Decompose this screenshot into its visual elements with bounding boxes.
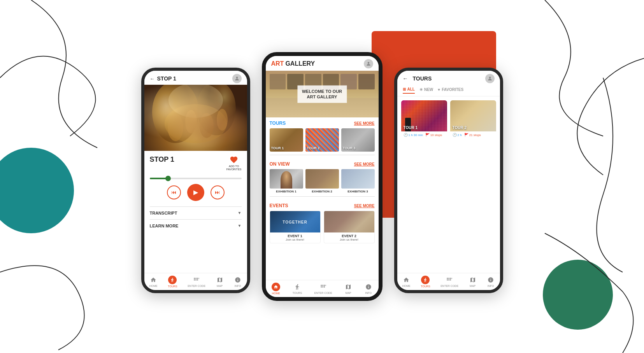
nav2-home[interactable]: HOME [272,283,280,295]
exhibition-card-1[interactable]: EXHIBITION 1 [270,169,303,193]
nav3-info-label: INFO [488,285,494,287]
tour2-stops-meta: 🚩 21 stops [464,133,481,137]
learn-more-accordion[interactable]: LEARN MORE ▼ [150,219,242,232]
exhibition1-img [270,169,303,189]
filter-new-tab[interactable]: ✳ NEW [419,87,433,93]
progress-track [150,178,242,179]
nav3-tours[interactable]: TOURS [421,276,430,288]
svg-rect-14 [194,280,195,281]
back-arrow-icon[interactable]: ← [150,76,155,82]
onview-section-title: ON VIEW [270,161,290,167]
nav2-tours-label: TOURS [293,292,302,294]
p3-tour1-meta: 🕐 1 h 30 min 🚩 10 stops [401,131,447,138]
grid-icon: ⊞ [403,87,406,91]
back-arrow3-icon[interactable]: ← [403,75,408,82]
tour1-time-meta: 🕐 1 h 30 min [404,133,423,137]
nav-home-label: HOME [149,285,158,287]
tour2-time-meta: 🕐 2 h [453,133,462,137]
filter-favorites-label: FAVORITES [442,87,463,92]
separator-1 [270,155,375,155]
events-see-more-link[interactable]: SEE MORE [354,204,375,208]
nav3-map[interactable]: MAP [469,276,477,287]
nav-enter-code-label: ENTER CODE [188,285,205,287]
tours3-icon [421,276,430,284]
tour3-label: TOUR 3 [343,146,356,150]
transcript-accordion[interactable]: TRANSCRIPT ▼ [150,206,242,219]
p3-tour-card-1[interactable]: TOUR 1 🕐 1 h 30 min 🚩 10 stops [401,100,447,138]
nav2-enter-code[interactable]: ENTER CODE [314,283,332,294]
phone2-main-content: TOURS SEE MORE TOUR 1 TOUR 2 TOUR 3 [266,117,379,280]
svg-rect-12 [197,278,198,279]
nav2-info[interactable]: INFO [365,283,372,294]
phone3-avatar [485,74,495,83]
event-card-1[interactable]: TOGETHER EVENT 1 Join us there! [270,211,321,243]
enter-code2-icon [319,283,327,291]
nav2-tours[interactable]: TOURS [293,283,302,294]
filter-favorites-tab[interactable]: ♥ FAVORITES [438,87,463,93]
nav-enter-code[interactable]: ENTER CODE [188,276,205,287]
phone1-title-row: ← STOP 1 [150,75,176,82]
svg-rect-27 [448,278,449,279]
event1-title: EVENT 1 [272,234,318,238]
p3-tour-card-2[interactable]: TOUR 2 🕐 2 h 🚩 21 stops [450,100,496,138]
nav-info[interactable]: INFO [234,276,242,287]
p3-tour1-img: TOUR 1 [401,100,447,131]
tour-card-2[interactable]: TOUR 2 [305,128,339,152]
home-icon [149,276,157,284]
phone3-title-row: ← TOURS [403,75,432,82]
home2-icon [272,283,280,291]
tour1-label: TOUR 1 [271,146,284,150]
phone1-avatar [232,74,242,83]
tour2-stops: 21 stops [469,133,481,137]
info3-icon [487,276,495,284]
nav3-enter-code[interactable]: ENTER CODE [440,276,458,287]
phone-1: ← STOP 1 [141,68,250,293]
separator-2 [270,196,375,197]
event-card-2[interactable]: EVENT 2 Join us there! [324,211,375,243]
nav-tours[interactable]: TOURS [168,276,177,288]
artwork-figures [154,85,237,147]
onview-see-more-link[interactable]: SEE MORE [354,162,375,166]
svg-rect-30 [447,280,448,281]
exhibition-card-2[interactable]: EXHIBITION 2 [305,169,339,193]
progress-thumb [165,176,171,181]
p3-tour2-img: TOUR 2 [450,100,496,131]
fast-forward-button[interactable]: ⏭ [211,185,225,199]
phone2-header: ART GALLERY [266,56,379,71]
nav-home[interactable]: HOME [149,276,158,287]
hero-text-line2: ART GALLERY [302,94,342,100]
tour-card-3[interactable]: TOUR 3 [341,128,375,152]
exhibition-card-3[interactable]: EXHIBITION 3 [341,169,375,193]
exhibition3-label: EXHIBITION 3 [341,190,375,193]
together-text: TOGETHER [283,220,307,224]
event2-title: EVENT 2 [326,234,372,238]
filter-all-label: ALL [407,87,415,91]
audio-progress[interactable] [150,178,242,179]
p3-tour2-label: TOUR 2 [453,126,467,130]
brand-art-text: ART [271,60,284,67]
svg-rect-32 [450,280,451,281]
nav3-info[interactable]: INFO [487,276,495,287]
phone2-avatar [364,59,373,68]
rewind-button[interactable]: ⏮ [167,185,181,199]
tour1-stops-meta: 🚩 10 stops [425,133,442,137]
filter-all-tab[interactable]: ⊞ ALL [403,87,415,94]
favorites-filter-icon: ♥ [438,87,440,92]
svg-rect-21 [325,285,326,286]
nav2-map[interactable]: MAP [344,283,352,294]
play-button[interactable]: ▶ [187,184,204,201]
clock2-icon: 🕐 [453,133,457,137]
phone1-artwork [144,85,247,151]
stop1-title: STOP 1 [150,156,174,164]
enter-code3-icon [446,276,453,284]
nav-map[interactable]: MAP [216,276,224,287]
nav2-home-label: HOME [272,292,280,295]
svg-rect-20 [324,285,325,286]
svg-rect-18 [321,285,322,286]
tour-card-1[interactable]: TOUR 1 [270,128,303,152]
nav3-home[interactable]: HOME [402,276,411,287]
phone2-hero-image: WELCOME TO OUR ART GALLERY [266,71,379,117]
tours-see-more-link[interactable]: SEE MORE [354,121,375,126]
nav3-home-label: HOME [402,285,411,287]
add-to-favorites-button[interactable]: ADD TOFAVORITES [226,156,242,171]
